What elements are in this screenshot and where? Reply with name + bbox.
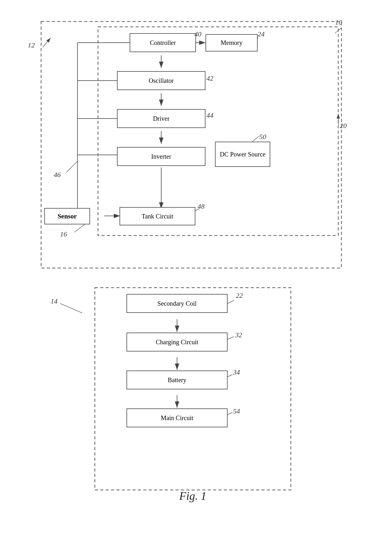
figure-label: Fig. 1 (19, 489, 367, 503)
ref-34: 34 (233, 368, 240, 376)
svg-line-21 (335, 28, 341, 33)
ref-20: 20 (340, 122, 347, 130)
sensor-block: Sensor (44, 208, 90, 224)
svg-line-29 (60, 303, 82, 313)
svg-line-17 (66, 161, 77, 172)
driver-block: Driver (117, 109, 205, 128)
oscillator-label: Oscillator (149, 77, 174, 84)
svg-rect-2 (41, 21, 341, 268)
ref-50: 50 (259, 133, 266, 141)
dc-power-label: DC Power Source (220, 150, 265, 158)
main-circuit-label: Main Circuit (161, 414, 193, 422)
ref-10: 10 (335, 18, 342, 27)
ref-46: 46 (54, 171, 61, 179)
ref-44: 44 (206, 111, 213, 119)
ref-16: 16 (60, 230, 67, 238)
driver-label: Driver (153, 115, 169, 122)
ref-12: 12 (28, 41, 35, 49)
ref-24: 24 (258, 30, 265, 38)
figure-title-text: Fig. 1 (179, 490, 206, 502)
memory-label: Memory (221, 39, 242, 46)
sensor-label: Sensor (58, 212, 77, 220)
inverter-block: Inverter (117, 147, 205, 166)
controller-label: Controller (150, 39, 176, 46)
secondary-coil-block: Secondary Coil (126, 294, 228, 313)
ref-42: 42 (206, 74, 213, 83)
oscillator-block: Oscillator (117, 71, 205, 90)
ref-32: 32 (235, 331, 242, 339)
ref-22: 22 (236, 291, 243, 300)
secondary-coil-label: Secondary Coil (157, 300, 197, 307)
ref-40: 40 (194, 30, 201, 38)
battery-label: Battery (168, 376, 187, 384)
main-circuit-block: Main Circuit (126, 408, 228, 427)
charging-circuit-label: Charging Circuit (156, 339, 199, 346)
ref-54: 54 (233, 407, 240, 415)
tank-circuit-block: Tank Circuit (119, 207, 195, 225)
ref-48: 48 (198, 202, 205, 211)
tank-circuit-label: Tank Circuit (142, 213, 173, 220)
inverter-label: Inverter (151, 153, 171, 160)
controller-block: Controller (130, 33, 196, 52)
battery-block: Battery (126, 370, 228, 389)
dc-power-block: DC Power Source (215, 142, 270, 167)
ref-14: 14 (51, 297, 58, 305)
charging-circuit-block: Charging Circuit (126, 333, 228, 352)
svg-rect-3 (98, 27, 338, 235)
svg-line-19 (43, 38, 51, 47)
memory-block: Memory (205, 34, 258, 52)
